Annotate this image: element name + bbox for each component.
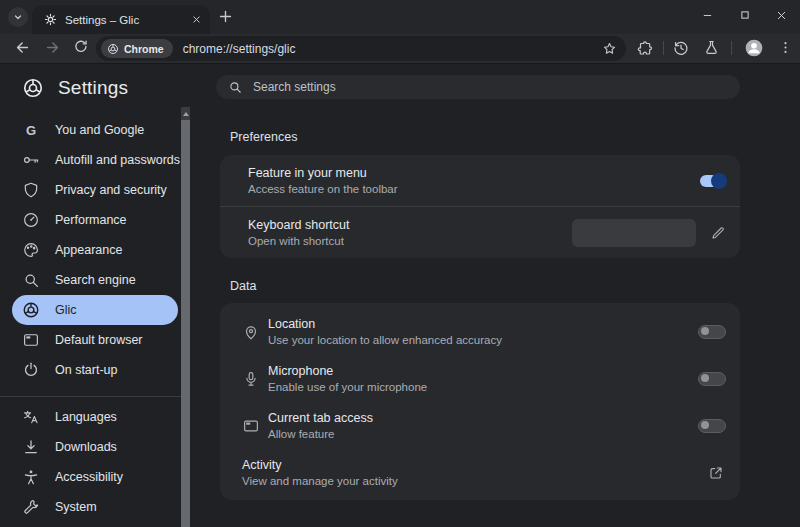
row-text: Activity View and manage your activity <box>242 458 708 487</box>
sidebar-item-label: System <box>55 500 97 514</box>
row-text: Feature in your menu Access feature on t… <box>248 166 700 195</box>
accessibility-person-icon <box>22 468 40 486</box>
maximize-icon <box>740 10 750 20</box>
toggle-knob <box>711 173 727 189</box>
history-icon[interactable] <box>672 39 690 57</box>
sidebar-item-accessibility[interactable]: Accessibility <box>0 462 190 492</box>
row-text: Current tab access Allow feature <box>268 411 698 440</box>
gear-favicon-icon <box>44 13 57 26</box>
sidebar-item-languages[interactable]: Languages <box>0 402 190 432</box>
sidebar-divider <box>0 396 181 397</box>
section-title-data: Data <box>230 279 256 293</box>
chrome-logo-icon <box>107 43 119 55</box>
sidebar-item-system[interactable]: System <box>0 492 190 522</box>
search-input[interactable] <box>251 79 730 95</box>
close-icon <box>776 10 787 21</box>
tab-close-button[interactable] <box>188 12 204 28</box>
shield-icon <box>22 181 40 199</box>
power-icon <box>22 361 40 379</box>
open-external-icon[interactable] <box>708 465 724 481</box>
bookmark-star-icon[interactable] <box>602 41 617 56</box>
row-label: Activity <box>242 458 708 472</box>
minimize-button[interactable] <box>689 0 726 30</box>
toggle-knob <box>701 421 709 429</box>
translate-icon <box>22 408 40 426</box>
settings-menu: G You and Google Autofill and passwords … <box>0 115 190 385</box>
microphone-icon <box>242 370 260 388</box>
back-button[interactable] <box>14 39 31 56</box>
palette-icon <box>22 241 40 259</box>
chip-label: Chrome <box>124 43 164 55</box>
feature-in-menu-toggle[interactable] <box>700 175 726 187</box>
activity-row[interactable]: Activity View and manage your activity <box>220 449 740 496</box>
url-text: chrome://settings/glic <box>183 42 296 56</box>
row-label: Microphone <box>268 364 698 378</box>
row-sublabel: Allow feature <box>268 428 698 440</box>
sidebar-item-label: Autofill and passwords <box>55 153 180 167</box>
new-tab-button[interactable] <box>218 9 233 24</box>
glic-logo-icon <box>22 301 40 319</box>
location-pin-icon <box>242 323 260 341</box>
toggle-knob <box>701 374 709 382</box>
sidebar-item-label: Appearance <box>55 243 122 257</box>
tab-search-button[interactable] <box>8 7 28 27</box>
toolbar-divider <box>731 41 732 55</box>
row-text: Microphone Enable use of your microphone <box>268 364 698 393</box>
menu-dots-icon[interactable] <box>778 40 793 55</box>
row-sublabel: Open with shortcut <box>248 235 572 247</box>
sidebar-item-autofill[interactable]: Autofill and passwords <box>0 145 190 175</box>
sidebar-item-search-engine[interactable]: Search engine <box>0 265 190 295</box>
location-toggle[interactable] <box>698 325 726 339</box>
row-label: Current tab access <box>268 411 698 425</box>
edit-pencil-icon[interactable] <box>710 225 726 241</box>
close-window-button[interactable] <box>763 0 800 30</box>
sidebar-item-you-and-google[interactable]: G You and Google <box>0 115 190 145</box>
sidebar-item-label: Accessibility <box>55 470 123 484</box>
tab-title: Settings – Glic <box>65 14 188 26</box>
row-sublabel: View and manage your activity <box>242 475 708 487</box>
row-sublabel: Use your location to allow enhanced accu… <box>268 334 698 346</box>
microphone-toggle[interactable] <box>698 372 726 386</box>
row-text: Location Use your location to allow enha… <box>268 317 698 346</box>
sidebar-item-label: Glic <box>55 303 77 317</box>
search-icon <box>22 271 40 289</box>
minimize-icon <box>702 10 713 21</box>
toolbar: Chrome chrome://settings/glic <box>0 34 800 64</box>
search-settings-box[interactable] <box>216 75 740 99</box>
chrome-site-chip[interactable]: Chrome <box>101 39 173 58</box>
row-sublabel: Enable use of your microphone <box>268 381 698 393</box>
sidebar-item-on-startup[interactable]: On start-up <box>0 355 190 385</box>
scrollbar-up-button[interactable] <box>181 107 190 120</box>
browser-tab-icon <box>242 417 260 435</box>
scrollbar-thumb[interactable] <box>181 120 190 527</box>
tab-strip: Settings – Glic <box>0 0 800 34</box>
current-tab-access-row: Current tab access Allow feature <box>220 402 740 449</box>
location-row: Location Use your location to allow enha… <box>220 308 740 355</box>
sidebar-item-appearance[interactable]: Appearance <box>0 235 190 265</box>
maximize-button[interactable] <box>726 0 763 30</box>
row-label: Location <box>268 317 698 331</box>
forward-button[interactable] <box>44 39 61 56</box>
sidebar-item-performance[interactable]: Performance <box>0 205 190 235</box>
sidebar-item-privacy[interactable]: Privacy and security <box>0 175 190 205</box>
current-tab-toggle[interactable] <box>698 419 726 433</box>
search-icon <box>228 80 242 94</box>
browser-window: Settings – Glic <box>0 0 800 527</box>
sidebar-item-downloads[interactable]: Downloads <box>0 432 190 462</box>
settings-content: Preferences Feature in your menu Access … <box>200 63 800 527</box>
profile-avatar[interactable] <box>744 38 764 58</box>
window-controls <box>689 0 800 30</box>
key-icon <box>22 151 40 169</box>
sidebar-item-default-browser[interactable]: Default browser <box>0 325 190 355</box>
reload-button[interactable] <box>73 39 89 55</box>
active-tab[interactable]: Settings – Glic <box>32 5 210 34</box>
speedometer-icon <box>22 211 40 229</box>
section-title-preferences: Preferences <box>230 130 297 144</box>
keyboard-shortcut-input[interactable] <box>572 219 696 247</box>
extensions-puzzle-icon[interactable] <box>636 39 654 57</box>
address-bar[interactable]: Chrome chrome://settings/glic <box>96 36 626 61</box>
sidebar-item-glic[interactable]: Glic <box>0 295 190 325</box>
sidebar-item-label: You and Google <box>55 123 144 137</box>
labs-flask-icon[interactable] <box>703 39 720 56</box>
chrome-logo-icon <box>22 77 44 99</box>
